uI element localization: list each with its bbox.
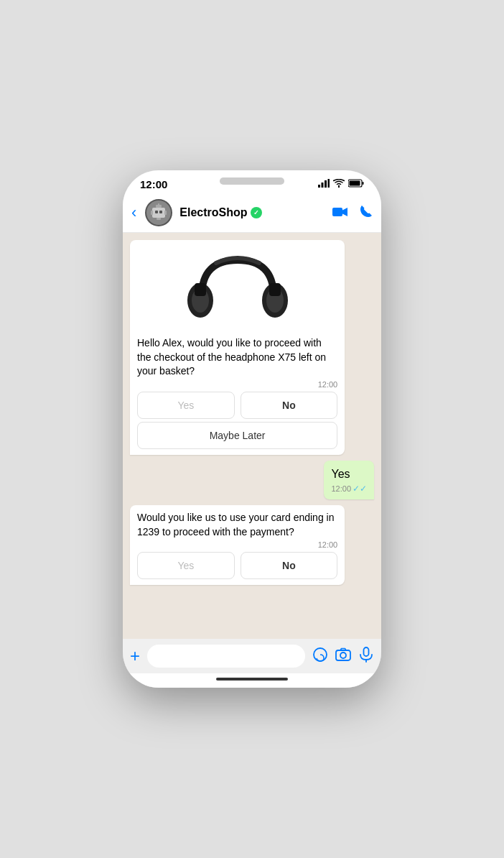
product-image-container	[137, 246, 337, 332]
video-call-icon[interactable]	[332, 205, 348, 221]
svg-rect-21	[195, 283, 206, 296]
message-time-3: 12:00	[137, 540, 337, 549]
battery-icon	[348, 177, 364, 190]
back-button[interactable]: ‹	[131, 203, 136, 222]
home-bar	[216, 678, 288, 681]
yes-button-2[interactable]: Yes	[137, 552, 235, 579]
contact-avatar	[145, 199, 172, 226]
maybe-later-button[interactable]: Maybe Later	[137, 422, 337, 449]
svg-point-25	[340, 652, 346, 658]
message-text-2: Yes	[331, 466, 367, 482]
status-icons	[318, 177, 364, 190]
status-time: 12:00	[140, 178, 167, 190]
message-text-3: Would you like us to use your card endin…	[137, 511, 337, 539]
svg-rect-24	[336, 650, 350, 660]
svg-rect-22	[269, 283, 281, 296]
message-bubble-1: Hello Alex, would you like to proceed wi…	[130, 240, 345, 455]
yes-button-1[interactable]: Yes	[137, 392, 235, 419]
chat-area: Hello Alex, would you like to proceed wi…	[123, 233, 381, 639]
contact-name: ElectroShop ✓	[179, 206, 325, 219]
svg-rect-6	[350, 181, 360, 186]
read-check-icon: ✓✓	[353, 484, 367, 494]
camera-icon[interactable]	[335, 647, 351, 665]
contact-info[interactable]: ElectroShop ✓	[179, 206, 325, 219]
wifi-icon	[333, 177, 345, 190]
message-bubble-3: Would you like us to use your card endin…	[130, 505, 345, 585]
message-bubble-2: Yes 12:00 ✓✓	[324, 461, 374, 499]
message-text-1: Hello Alex, would you like to proceed wi…	[137, 336, 337, 379]
svg-rect-5	[363, 182, 364, 185]
input-action-icons	[312, 647, 374, 665]
svg-rect-11	[151, 211, 153, 215]
message-input[interactable]	[147, 645, 305, 668]
message-time-2: 12:00 ✓✓	[331, 484, 367, 494]
svg-rect-0	[318, 185, 320, 188]
svg-rect-26	[364, 647, 369, 656]
no-button-1[interactable]: No	[241, 392, 338, 419]
plus-icon[interactable]: +	[130, 646, 140, 666]
reply-buttons-row-2: Yes No	[137, 552, 337, 579]
svg-rect-13	[157, 218, 161, 220]
svg-rect-15	[158, 203, 159, 206]
svg-rect-12	[164, 211, 167, 215]
svg-rect-10	[159, 211, 162, 213]
chat-header: ‹ ElectroShop ✓	[123, 193, 381, 233]
verified-badge: ✓	[251, 207, 262, 218]
no-button-2[interactable]: No	[241, 552, 338, 579]
product-image	[180, 246, 295, 332]
svg-rect-1	[322, 183, 324, 188]
message-time-1: 12:00	[137, 380, 337, 389]
svg-rect-16	[332, 208, 342, 216]
header-actions	[332, 205, 373, 221]
svg-rect-3	[328, 179, 330, 188]
signal-icon	[318, 177, 330, 190]
sticker-icon[interactable]	[312, 647, 328, 665]
input-bar: +	[123, 639, 381, 673]
phone-call-icon[interactable]	[360, 205, 373, 221]
phone-frame: 12:00	[123, 170, 381, 688]
home-bar-area	[123, 673, 381, 688]
svg-rect-2	[325, 180, 327, 188]
svg-rect-9	[155, 211, 158, 213]
svg-rect-8	[152, 208, 165, 218]
dynamic-island	[220, 177, 284, 185]
reply-buttons-row-1: Yes No	[137, 392, 337, 419]
microphone-icon[interactable]	[358, 647, 374, 665]
